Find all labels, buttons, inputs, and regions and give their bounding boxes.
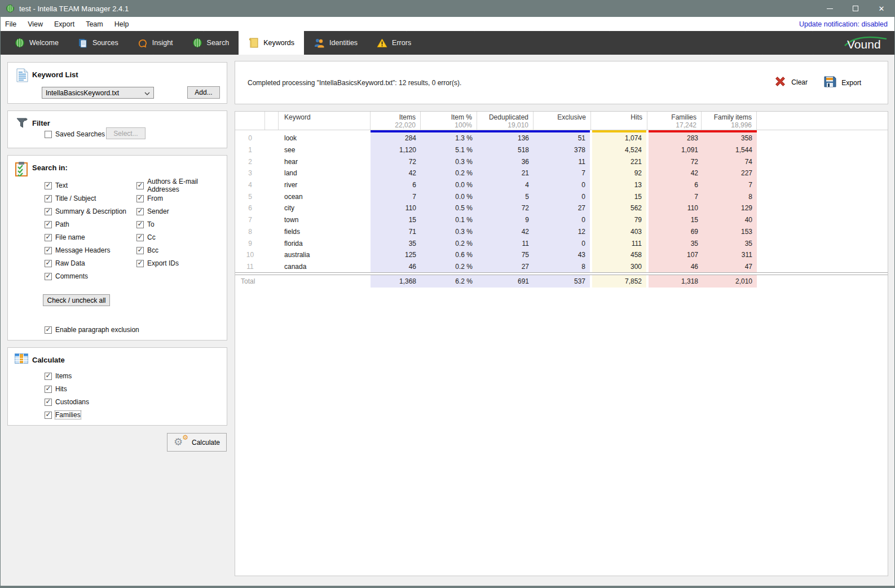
to-checkbox[interactable]	[136, 221, 144, 228]
column-subtotal: 18,996	[731, 122, 752, 129]
cell-exclusive: 8	[534, 261, 590, 273]
cell-families: 15	[649, 214, 703, 226]
menu-item-help[interactable]: Help	[109, 17, 135, 31]
close-icon[interactable]: ✕	[868, 0, 894, 17]
text-checkbox[interactable]	[45, 182, 52, 189]
families-checkbox[interactable]	[45, 412, 52, 419]
minimize-icon[interactable]	[817, 0, 843, 17]
tab-keywords[interactable]: Keywords	[239, 31, 304, 55]
menu-item-file[interactable]: File	[1, 17, 22, 31]
cell-hits: 4,524	[592, 144, 646, 156]
cell-deduplicated: 4	[477, 179, 534, 191]
add-button[interactable]: Add...	[187, 86, 220, 99]
checkbox-cc[interactable]: Cc	[136, 233, 227, 242]
table-row-hear[interactable]: 2hear720.3 %36112217274	[235, 156, 888, 167]
cc-checkbox[interactable]	[136, 234, 144, 241]
checkbox-bcc[interactable]: Bcc	[136, 246, 227, 255]
checkbox-comments[interactable]: Comments	[45, 272, 126, 281]
items-checkbox[interactable]	[45, 373, 52, 380]
table-row-australia[interactable]: 10australia1250.6 %7543458107311	[235, 249, 888, 261]
column-header-hits[interactable]: Hits	[591, 112, 647, 130]
menu-item-export[interactable]: Export	[49, 17, 80, 31]
menu-item-view[interactable]: View	[22, 17, 49, 31]
comments-checkbox[interactable]	[45, 273, 52, 280]
checkbox-raw-data[interactable]: Raw Data	[45, 259, 126, 268]
cell-gap	[265, 179, 279, 191]
people-icon	[314, 38, 325, 48]
table-row-town[interactable]: 7town150.1 %90791540	[235, 214, 888, 226]
tab-identities[interactable]: Identities	[304, 31, 367, 55]
checkbox-authors-e-mail-addresses[interactable]: Authors & E-mail Addresses	[136, 181, 227, 190]
table-columns-icon	[15, 353, 28, 366]
file-name-checkbox[interactable]	[45, 234, 52, 241]
column-header-exclusive[interactable]: Exclusive	[534, 112, 591, 130]
raw-data-checkbox[interactable]	[45, 260, 52, 267]
checkbox-saved-searches[interactable]: Saved Searches	[45, 130, 105, 139]
checkbox-families[interactable]: Families	[45, 410, 89, 419]
table-row-fields[interactable]: 8fields710.3 %421240369153	[235, 226, 888, 238]
tab-sources[interactable]: Sources	[68, 31, 128, 55]
export-button[interactable]: Export	[823, 75, 861, 90]
cell-keyword	[279, 275, 371, 288]
select-button[interactable]: Select...	[106, 127, 146, 139]
checkbox-to[interactable]: To	[136, 220, 227, 229]
column-header-family-items[interactable]: Family items18,996	[702, 112, 757, 130]
clear-button[interactable]: Clear	[774, 75, 808, 90]
checkbox-file-name[interactable]: File name	[45, 233, 126, 242]
column-header-keyword[interactable]: Keyword	[279, 112, 371, 130]
checkbox-message-headers[interactable]: Message Headers	[45, 246, 126, 255]
bcc-checkbox[interactable]	[136, 247, 144, 254]
table-row-river[interactable]: 4river60.0 %401367	[235, 179, 888, 191]
check-uncheck-all-button[interactable]: Check / uncheck all	[43, 294, 110, 306]
checkbox-from[interactable]: From	[136, 194, 227, 203]
checkbox-hits[interactable]: Hits	[45, 384, 89, 394]
checkbox-export-ids[interactable]: Export IDs	[136, 259, 227, 268]
authors-e-mail-addresses-checkbox[interactable]	[136, 182, 144, 189]
tab-search[interactable]: Search	[183, 31, 239, 55]
checkbox-custodians[interactable]: Custodians	[45, 397, 89, 406]
column-header-items[interactable]: Items22,020	[371, 112, 421, 130]
column-header-deduplicated[interactable]: Deduplicated19,010	[477, 112, 534, 130]
column-header-families[interactable]: Families17,242	[647, 112, 702, 130]
tab-insight[interactable]: Insight	[128, 31, 183, 55]
message-headers-checkbox[interactable]	[45, 247, 52, 254]
calculate-button[interactable]: ⚙⚙ Calculate	[167, 433, 227, 452]
maximize-icon[interactable]	[843, 0, 868, 17]
cell-index: 8	[235, 226, 265, 238]
table-row-see[interactable]: 1see1,1205.1 %5183784,5241,0911,544	[235, 144, 888, 156]
hits-checkbox[interactable]	[45, 386, 52, 393]
table-row-city[interactable]: 6city1100.5 %7227562110129	[235, 202, 888, 214]
checkbox-path[interactable]: Path	[45, 220, 126, 229]
checkbox-items[interactable]: Items	[45, 372, 89, 381]
column-label: Hits	[631, 113, 642, 122]
cell-hits: 403	[592, 226, 646, 238]
checkbox-summary-description[interactable]: Summary & Description	[45, 207, 126, 216]
table-row-ocean[interactable]: 5ocean70.0 %501578	[235, 191, 888, 202]
cell-deduplicated: 518	[477, 144, 534, 156]
table-row-florida[interactable]: 9florida350.2 %1101113535	[235, 237, 888, 249]
calculate-title: Calculate	[32, 356, 65, 364]
title-subject-checkbox[interactable]	[45, 195, 52, 202]
checkbox-enable-paragraph-exclusion[interactable]: Enable paragraph exclusion	[45, 325, 139, 334]
paragraph-exclusion-checkbox[interactable]	[45, 326, 52, 334]
checkbox-title-subject[interactable]: Title / Subject	[45, 194, 126, 203]
sender-checkbox[interactable]	[136, 208, 144, 215]
cell-index: 0	[235, 132, 265, 144]
checkbox-sender[interactable]: Sender	[136, 207, 227, 216]
table-row-canada[interactable]: 11canada460.2 %2783004647	[235, 261, 888, 273]
saved-searches-checkbox[interactable]	[45, 131, 52, 138]
keyword-file-select[interactable]: IntellaBasicsKeyword.txt	[42, 87, 154, 99]
table-row-look[interactable]: 0look2841.3 %136511,074283358	[235, 132, 888, 144]
table-row-land[interactable]: 3land420.2 %2179242227	[235, 167, 888, 179]
custodians-checkbox[interactable]	[45, 399, 52, 406]
from-checkbox[interactable]	[136, 195, 144, 202]
path-checkbox[interactable]	[45, 221, 52, 228]
update-notification-link[interactable]: Update notification: disabled	[799, 20, 888, 28]
summary-description-checkbox[interactable]	[45, 208, 52, 215]
menu-item-team[interactable]: Team	[80, 17, 109, 31]
column-header-item[interactable]: Item %100%	[421, 112, 477, 130]
tab-welcome[interactable]: Welcome	[5, 31, 68, 55]
tab-errors[interactable]: Errors	[367, 31, 421, 55]
export-ids-checkbox[interactable]	[136, 260, 144, 267]
checkbox-text[interactable]: Text	[45, 181, 126, 190]
